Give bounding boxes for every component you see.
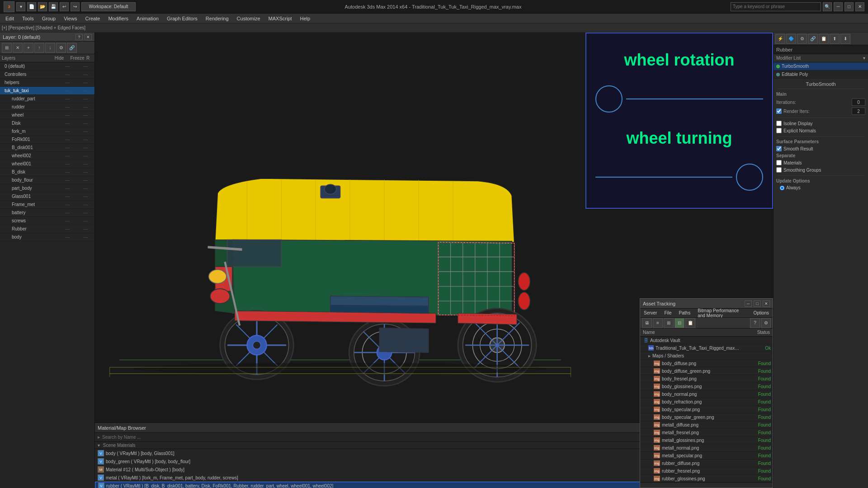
minimize-btn[interactable]: ─ <box>834 2 843 11</box>
asset-item[interactable]: ▸Maps / Shaders <box>640 352 773 360</box>
search-input[interactable] <box>731 2 821 11</box>
asset-menu-server[interactable]: Server <box>642 310 659 316</box>
asset-tool-4[interactable]: ⊟ <box>675 318 684 328</box>
menu-rendering[interactable]: Rendering <box>202 15 232 22</box>
menu-help[interactable]: Help <box>297 15 314 22</box>
mod-tool-3[interactable]: ⚙ <box>797 34 807 44</box>
layer-tool-5[interactable]: ↓ <box>45 43 55 53</box>
asset-item[interactable]: imgbody_fresnel.pngFound <box>640 375 773 383</box>
workspace-btn[interactable]: Workspace: Default <box>81 2 136 11</box>
layer-item[interactable]: tuk_tuk_taxi------ <box>0 87 94 95</box>
ts-always-radio[interactable] <box>780 186 784 190</box>
asset-tool-7[interactable]: ⚙ <box>761 318 771 328</box>
close-btn[interactable]: ✕ <box>855 2 864 11</box>
ts-smooth-checkbox[interactable] <box>776 146 782 151</box>
layer-item[interactable]: part_body------ <box>0 184 94 192</box>
mod-tool-5[interactable]: 📋 <box>819 34 829 44</box>
menu-edit[interactable]: Edit <box>2 15 18 22</box>
modifier-dropdown-icon[interactable]: ▾ <box>863 56 865 61</box>
layers-help-btn[interactable]: ? <box>75 34 83 40</box>
asset-item[interactable]: imgbody_specular_green.pngFound <box>640 413 773 421</box>
menu-modifiers[interactable]: Modifiers <box>104 15 132 22</box>
layer-item[interactable]: battery------ <box>0 209 94 217</box>
ts-render-checkbox[interactable] <box>776 108 782 114</box>
asset-item[interactable]: imgmetall_normal.pngFound <box>640 444 773 452</box>
layer-item[interactable]: Rubber------ <box>0 225 94 233</box>
menu-customize[interactable]: Customize <box>233 15 264 22</box>
asset-menu-options[interactable]: Options <box>752 310 771 316</box>
undo-btn[interactable]: ↩ <box>60 2 69 11</box>
mod-tool-4[interactable]: 🔗 <box>808 34 818 44</box>
asset-tool-3[interactable]: ⊞ <box>664 318 674 328</box>
layer-tool-6[interactable]: ⚙ <box>56 43 66 53</box>
layer-tool-3[interactable]: + <box>24 43 33 53</box>
asset-item[interactable]: 🗄Autodesk Vault <box>640 337 773 344</box>
ts-explicit-checkbox[interactable] <box>776 128 782 133</box>
asset-item[interactable]: imgrubber_diffuse.pngFound <box>640 460 773 467</box>
menu-create[interactable]: Create <box>81 15 104 22</box>
menu-tools[interactable]: Tools <box>19 15 38 22</box>
asset-tracking-list[interactable]: 🗄Autodesk Vault3dsTraditional_Tuk_Tuk_Ta… <box>640 337 773 482</box>
asset-item[interactable]: imgbody_diffuse.pngFound <box>640 360 773 367</box>
layer-tool-4[interactable]: ↑ <box>34 43 44 53</box>
maximize-btn[interactable]: □ <box>844 2 854 11</box>
layer-item[interactable]: wheel------ <box>0 111 94 119</box>
asset-item[interactable]: imgbody_refraction.pngFound <box>640 398 773 406</box>
layer-item[interactable]: body_flour------ <box>0 176 94 184</box>
layer-item[interactable]: wheel001------ <box>0 160 94 168</box>
layer-item[interactable]: helpers------ <box>0 79 94 87</box>
mod-tool-1[interactable]: ⚡ <box>775 34 785 44</box>
asset-item[interactable]: imgbody_glossines.pngFound <box>640 383 773 390</box>
layer-tool-7[interactable]: 🔗 <box>67 43 77 53</box>
mod-tool-7[interactable]: ⬇ <box>840 34 850 44</box>
mod-tool-6[interactable]: ⬆ <box>830 34 840 44</box>
ts-isoline-checkbox[interactable] <box>776 121 782 126</box>
layer-item[interactable]: wheel002------ <box>0 152 94 160</box>
modifier-item-editpoly[interactable]: Editable Poly <box>774 70 868 79</box>
layer-item[interactable]: Frame_met------ <box>0 201 94 209</box>
menu-graph-editors[interactable]: Graph Editors <box>163 15 201 22</box>
asset-item[interactable]: imgmetall_fresnel.pngFound <box>640 429 773 436</box>
search-btn[interactable]: 🔍 <box>823 2 832 11</box>
asset-menu-file[interactable]: File <box>662 310 673 316</box>
layer-item[interactable]: Glass001------ <box>0 192 94 201</box>
menu-animation[interactable]: Animation <box>133 15 162 22</box>
asset-close-btn[interactable]: ✕ <box>763 300 770 307</box>
layer-item[interactable]: rudder_part------ <box>0 95 94 103</box>
asset-item[interactable]: 3dsTraditional_Tuk_Tuk_Taxi_Rigged_max_v… <box>640 344 773 352</box>
asset-item[interactable]: imgbody_diffuse_green.pngFound <box>640 367 773 375</box>
asset-item[interactable]: imgrubber_fresnel.pngFound <box>640 467 773 475</box>
layer-item[interactable]: B_disk001------ <box>0 144 94 152</box>
asset-menu-bitmap[interactable]: Bitmap Performance and Memory <box>696 308 748 319</box>
asset-tool-1[interactable]: 🖥 <box>642 318 652 328</box>
mod-tool-2[interactable]: 🔷 <box>786 34 796 44</box>
layer-item[interactable]: FoRk001------ <box>0 136 94 144</box>
modifier-item-turbosmooth[interactable]: TurboSmooth <box>774 62 868 70</box>
layer-item[interactable]: screws------ <box>0 217 94 225</box>
new-btn[interactable]: 📄 <box>27 2 36 11</box>
ts-materials-checkbox[interactable] <box>776 160 782 165</box>
ts-render-input[interactable] <box>852 108 865 115</box>
open-btn[interactable]: 📂 <box>38 2 47 11</box>
ts-smoothing-checkbox[interactable] <box>776 167 782 173</box>
asset-item[interactable]: imgmetall_diffuse.pngFound <box>640 421 773 429</box>
ts-iterations-input[interactable] <box>852 99 865 106</box>
asset-item[interactable]: imgrubber_glossines.pngFound <box>640 475 773 482</box>
asset-item[interactable]: imgmetall_glossines.pngFound <box>640 436 773 444</box>
asset-item[interactable]: imgbody_specular.pngFound <box>640 406 773 413</box>
title-menu-btn[interactable]: ▾ <box>16 2 25 11</box>
asset-item[interactable]: imgbody_normal.pngFound <box>640 390 773 398</box>
asset-menu-paths[interactable]: Paths <box>677 310 693 316</box>
asset-tool-2[interactable]: ≡ <box>653 318 663 328</box>
redo-btn[interactable]: ↪ <box>71 2 80 11</box>
asset-minimize-btn[interactable]: ─ <box>745 300 752 307</box>
layer-item[interactable]: Disk------ <box>0 119 94 127</box>
asset-scrollbar[interactable] <box>640 482 773 488</box>
layer-item[interactable]: fork_m------ <box>0 127 94 136</box>
layer-item[interactable]: Controllers------ <box>0 70 94 79</box>
layers-close-btn[interactable]: ✕ <box>85 34 92 40</box>
layer-item[interactable]: B_disk------ <box>0 168 94 176</box>
menu-maxscript[interactable]: MAXScript <box>265 15 296 22</box>
layer-item[interactable]: rudder------ <box>0 103 94 111</box>
menu-views[interactable]: Views <box>60 15 80 22</box>
